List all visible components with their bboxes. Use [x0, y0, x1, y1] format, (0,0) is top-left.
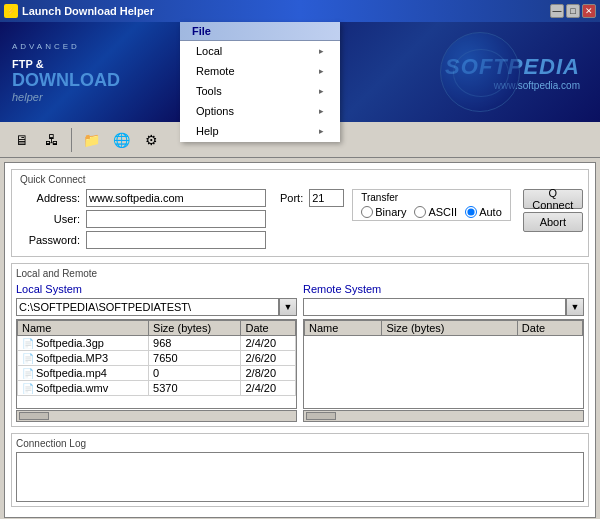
file-date: 2/8/20: [241, 366, 296, 381]
remote-panel: Remote System ▼ Name Size (bytes) Date: [303, 283, 584, 422]
menu-item-help[interactable]: Help ▸: [180, 121, 340, 141]
log-area[interactable]: [16, 452, 584, 502]
user-label: User:: [20, 213, 80, 225]
table-row[interactable]: 📄Softpedia.mp4 0 2/8/20: [18, 366, 296, 381]
remote-col-size: Size (bytes): [382, 321, 517, 336]
remote-browse-btn[interactable]: ▼: [566, 298, 584, 316]
remote-file-table: Name Size (bytes) Date: [304, 320, 583, 336]
menu-item-tools[interactable]: Tools ▸: [180, 81, 340, 101]
logo-ftp: FTP &: [12, 53, 168, 71]
menu-arrow-options: ▸: [319, 106, 324, 116]
filesystem-title: Local and Remote: [16, 268, 584, 279]
header-area: ADVANCED FTP & DOWNLOAD helper File Loca…: [0, 22, 600, 122]
local-scrollbar-h[interactable]: [16, 410, 297, 422]
title-text: Launch Download Helper: [22, 5, 154, 17]
transfer-auto[interactable]: Auto: [465, 206, 502, 218]
menu-arrow-local: ▸: [319, 46, 324, 56]
file-name: 📄Softpedia.3gp: [18, 336, 149, 351]
password-label: Password:: [20, 234, 80, 246]
quick-connect-title: Quick Connect: [20, 174, 580, 185]
menu-item-remote[interactable]: Remote ▸: [180, 61, 340, 81]
port-label: Port:: [280, 192, 303, 204]
logo-helper: helper: [12, 91, 168, 103]
remote-path-input[interactable]: [303, 298, 566, 316]
file-date: 2/4/20: [241, 381, 296, 396]
menu-arrow-help: ▸: [319, 126, 324, 136]
menu-arrow-tools: ▸: [319, 86, 324, 96]
password-input[interactable]: [86, 231, 266, 249]
quick-connect-section: Quick Connect Address: Port: User: Passw…: [11, 169, 589, 257]
port-input[interactable]: [309, 189, 344, 207]
local-panel: Local System ▼ Name Size (bytes) Date: [16, 283, 297, 422]
local-panel-title: Local System: [16, 283, 297, 295]
file-date: 2/6/20: [241, 351, 296, 366]
toolbar-settings-btn[interactable]: ⚙: [137, 126, 165, 154]
quick-connect-buttons: Q Connect Abort: [523, 189, 583, 232]
close-button[interactable]: ✕: [582, 4, 596, 18]
local-file-table-wrap[interactable]: Name Size (bytes) Date 📄Softpedia.3gp 96…: [16, 319, 297, 409]
local-col-name: Name: [18, 321, 149, 336]
local-col-date: Date: [241, 321, 296, 336]
minimize-button[interactable]: —: [550, 4, 564, 18]
connect-button[interactable]: Q Connect: [523, 189, 583, 209]
table-row[interactable]: 📄Softpedia.MP3 7650 2/6/20: [18, 351, 296, 366]
filesystem-section: Local and Remote Local System ▼ Name Siz…: [11, 263, 589, 427]
local-file-table: Name Size (bytes) Date 📄Softpedia.3gp 96…: [17, 320, 296, 396]
transfer-title: Transfer: [361, 192, 502, 203]
globe-decoration: [440, 32, 520, 112]
transfer-binary[interactable]: Binary: [361, 206, 406, 218]
local-scrollbar-thumb[interactable]: [19, 412, 49, 420]
transfer-group: Transfer Binary ASCII Auto: [352, 189, 511, 221]
file-name: 📄Softpedia.mp4: [18, 366, 149, 381]
local-browse-btn[interactable]: ▼: [279, 298, 297, 316]
menu-arrow-remote: ▸: [319, 66, 324, 76]
file-name: 📄Softpedia.MP3: [18, 351, 149, 366]
maximize-button[interactable]: □: [566, 4, 580, 18]
transfer-ascii[interactable]: ASCII: [414, 206, 457, 218]
logo-download: DOWNLOAD: [12, 71, 168, 89]
user-input[interactable]: [86, 210, 266, 228]
file-size: 0: [149, 366, 241, 381]
abort-button[interactable]: Abort: [523, 212, 583, 232]
log-section: Connection Log: [11, 433, 589, 507]
toolbar-separator-1: [71, 128, 72, 152]
table-row[interactable]: 📄Softpedia.wmv 5370 2/4/20: [18, 381, 296, 396]
remote-col-date: Date: [517, 321, 582, 336]
remote-col-name: Name: [305, 321, 382, 336]
toolbar-disconnect-btn[interactable]: 🖧: [38, 126, 66, 154]
app-icon: ⚡: [4, 4, 18, 18]
main-content: Quick Connect Address: Port: User: Passw…: [4, 162, 596, 518]
local-path-input[interactable]: [16, 298, 279, 316]
file-name: 📄Softpedia.wmv: [18, 381, 149, 396]
menu-panel: File Local ▸ Remote ▸ Tools ▸ Options ▸ …: [180, 22, 340, 142]
toolbar-globe-btn[interactable]: 🌐: [107, 126, 135, 154]
address-label: Address:: [20, 192, 80, 204]
file-size: 968: [149, 336, 241, 351]
remote-panel-title: Remote System: [303, 283, 584, 295]
log-title: Connection Log: [16, 438, 584, 449]
address-input[interactable]: [86, 189, 266, 207]
toolbar-connect-btn[interactable]: 🖥: [8, 126, 36, 154]
table-row[interactable]: 📄Softpedia.3gp 968 2/4/20: [18, 336, 296, 351]
remote-file-table-wrap[interactable]: Name Size (bytes) Date: [303, 319, 584, 409]
logo-advanced: ADVANCED: [12, 42, 168, 51]
file-size: 5370: [149, 381, 241, 396]
title-bar: ⚡ Launch Download Helper — □ ✕: [0, 0, 600, 22]
menu-item-local[interactable]: Local ▸: [180, 41, 340, 61]
logo-area: ADVANCED FTP & DOWNLOAD helper: [0, 22, 180, 122]
toolbar-folder-btn[interactable]: 📁: [77, 126, 105, 154]
menu-file-tab[interactable]: File: [180, 22, 340, 41]
remote-scrollbar-h[interactable]: [303, 410, 584, 422]
file-size: 7650: [149, 351, 241, 366]
local-col-size: Size (bytes): [149, 321, 241, 336]
menu-item-options[interactable]: Options ▸: [180, 101, 340, 121]
file-date: 2/4/20: [241, 336, 296, 351]
remote-scrollbar-thumb[interactable]: [306, 412, 336, 420]
